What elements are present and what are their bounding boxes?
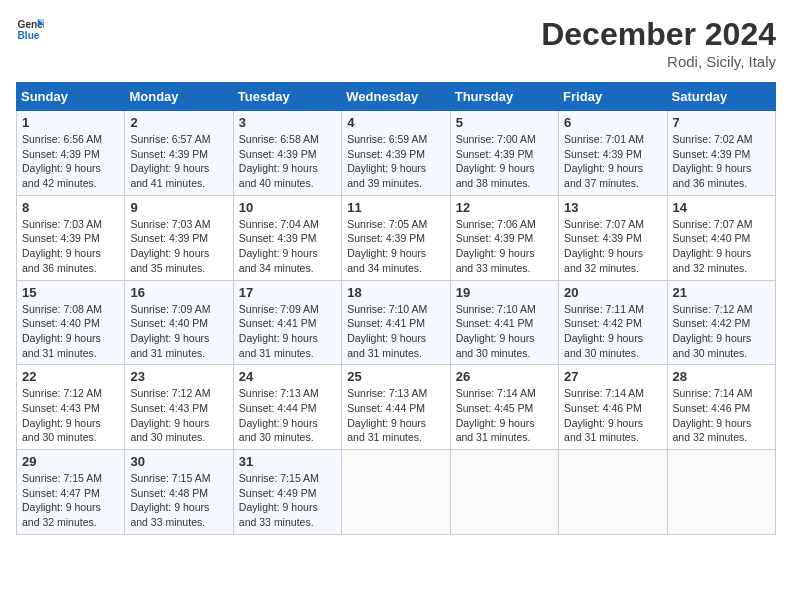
day-detail: Sunrise: 7:00 AM Sunset: 4:39 PM Dayligh…	[456, 132, 553, 191]
day-number: 5	[456, 115, 553, 130]
day-number: 13	[564, 200, 661, 215]
day-detail: Sunrise: 7:15 AM Sunset: 4:49 PM Dayligh…	[239, 471, 336, 530]
calendar-day-cell: 22 Sunrise: 7:12 AM Sunset: 4:43 PM Dayl…	[17, 365, 125, 450]
calendar-day-cell: 7 Sunrise: 7:02 AM Sunset: 4:39 PM Dayli…	[667, 111, 775, 196]
calendar-day-cell: 14 Sunrise: 7:07 AM Sunset: 4:40 PM Dayl…	[667, 195, 775, 280]
weekday-header-wednesday: Wednesday	[342, 83, 450, 111]
day-number: 15	[22, 285, 119, 300]
day-number: 1	[22, 115, 119, 130]
calendar-day-cell: 27 Sunrise: 7:14 AM Sunset: 4:46 PM Dayl…	[559, 365, 667, 450]
day-number: 30	[130, 454, 227, 469]
calendar-day-cell: 21 Sunrise: 7:12 AM Sunset: 4:42 PM Dayl…	[667, 280, 775, 365]
day-number: 22	[22, 369, 119, 384]
calendar-day-cell	[667, 450, 775, 535]
calendar-day-cell: 13 Sunrise: 7:07 AM Sunset: 4:39 PM Dayl…	[559, 195, 667, 280]
page-header: General Blue December 2024 Rodi, Sicily,…	[16, 16, 776, 70]
day-number: 24	[239, 369, 336, 384]
day-detail: Sunrise: 6:59 AM Sunset: 4:39 PM Dayligh…	[347, 132, 444, 191]
day-number: 9	[130, 200, 227, 215]
day-detail: Sunrise: 7:12 AM Sunset: 4:42 PM Dayligh…	[673, 302, 770, 361]
day-detail: Sunrise: 7:11 AM Sunset: 4:42 PM Dayligh…	[564, 302, 661, 361]
weekday-header-row: SundayMondayTuesdayWednesdayThursdayFrid…	[17, 83, 776, 111]
calendar-day-cell	[559, 450, 667, 535]
day-number: 18	[347, 285, 444, 300]
day-detail: Sunrise: 7:07 AM Sunset: 4:39 PM Dayligh…	[564, 217, 661, 276]
day-detail: Sunrise: 7:09 AM Sunset: 4:40 PM Dayligh…	[130, 302, 227, 361]
day-number: 28	[673, 369, 770, 384]
calendar-header: SundayMondayTuesdayWednesdayThursdayFrid…	[17, 83, 776, 111]
day-number: 25	[347, 369, 444, 384]
day-detail: Sunrise: 7:04 AM Sunset: 4:39 PM Dayligh…	[239, 217, 336, 276]
logo: General Blue	[16, 16, 44, 44]
day-detail: Sunrise: 7:14 AM Sunset: 4:46 PM Dayligh…	[673, 386, 770, 445]
day-detail: Sunrise: 7:03 AM Sunset: 4:39 PM Dayligh…	[130, 217, 227, 276]
day-detail: Sunrise: 7:07 AM Sunset: 4:40 PM Dayligh…	[673, 217, 770, 276]
calendar-day-cell: 30 Sunrise: 7:15 AM Sunset: 4:48 PM Dayl…	[125, 450, 233, 535]
day-number: 16	[130, 285, 227, 300]
calendar-day-cell: 5 Sunrise: 7:00 AM Sunset: 4:39 PM Dayli…	[450, 111, 558, 196]
day-number: 12	[456, 200, 553, 215]
day-detail: Sunrise: 7:13 AM Sunset: 4:44 PM Dayligh…	[239, 386, 336, 445]
day-number: 3	[239, 115, 336, 130]
calendar-body: 1 Sunrise: 6:56 AM Sunset: 4:39 PM Dayli…	[17, 111, 776, 535]
calendar-day-cell: 20 Sunrise: 7:11 AM Sunset: 4:42 PM Dayl…	[559, 280, 667, 365]
day-detail: Sunrise: 7:12 AM Sunset: 4:43 PM Dayligh…	[22, 386, 119, 445]
day-number: 14	[673, 200, 770, 215]
day-detail: Sunrise: 6:57 AM Sunset: 4:39 PM Dayligh…	[130, 132, 227, 191]
svg-text:Blue: Blue	[18, 30, 40, 41]
calendar-week-row: 8 Sunrise: 7:03 AM Sunset: 4:39 PM Dayli…	[17, 195, 776, 280]
day-detail: Sunrise: 7:03 AM Sunset: 4:39 PM Dayligh…	[22, 217, 119, 276]
day-number: 27	[564, 369, 661, 384]
day-detail: Sunrise: 7:15 AM Sunset: 4:47 PM Dayligh…	[22, 471, 119, 530]
day-detail: Sunrise: 7:14 AM Sunset: 4:46 PM Dayligh…	[564, 386, 661, 445]
calendar-day-cell: 29 Sunrise: 7:15 AM Sunset: 4:47 PM Dayl…	[17, 450, 125, 535]
calendar-day-cell: 31 Sunrise: 7:15 AM Sunset: 4:49 PM Dayl…	[233, 450, 341, 535]
day-detail: Sunrise: 6:56 AM Sunset: 4:39 PM Dayligh…	[22, 132, 119, 191]
calendar-day-cell: 9 Sunrise: 7:03 AM Sunset: 4:39 PM Dayli…	[125, 195, 233, 280]
calendar-table: SundayMondayTuesdayWednesdayThursdayFrid…	[16, 82, 776, 535]
calendar-week-row: 15 Sunrise: 7:08 AM Sunset: 4:40 PM Dayl…	[17, 280, 776, 365]
calendar-week-row: 1 Sunrise: 6:56 AM Sunset: 4:39 PM Dayli…	[17, 111, 776, 196]
day-number: 23	[130, 369, 227, 384]
day-number: 4	[347, 115, 444, 130]
day-number: 6	[564, 115, 661, 130]
day-detail: Sunrise: 7:08 AM Sunset: 4:40 PM Dayligh…	[22, 302, 119, 361]
calendar-day-cell: 25 Sunrise: 7:13 AM Sunset: 4:44 PM Dayl…	[342, 365, 450, 450]
calendar-day-cell: 24 Sunrise: 7:13 AM Sunset: 4:44 PM Dayl…	[233, 365, 341, 450]
day-detail: Sunrise: 7:14 AM Sunset: 4:45 PM Dayligh…	[456, 386, 553, 445]
calendar-day-cell: 3 Sunrise: 6:58 AM Sunset: 4:39 PM Dayli…	[233, 111, 341, 196]
calendar-day-cell: 1 Sunrise: 6:56 AM Sunset: 4:39 PM Dayli…	[17, 111, 125, 196]
day-number: 31	[239, 454, 336, 469]
calendar-day-cell: 18 Sunrise: 7:10 AM Sunset: 4:41 PM Dayl…	[342, 280, 450, 365]
day-number: 19	[456, 285, 553, 300]
calendar-day-cell	[342, 450, 450, 535]
day-detail: Sunrise: 7:10 AM Sunset: 4:41 PM Dayligh…	[347, 302, 444, 361]
calendar-day-cell: 26 Sunrise: 7:14 AM Sunset: 4:45 PM Dayl…	[450, 365, 558, 450]
day-number: 21	[673, 285, 770, 300]
day-detail: Sunrise: 7:01 AM Sunset: 4:39 PM Dayligh…	[564, 132, 661, 191]
day-detail: Sunrise: 7:09 AM Sunset: 4:41 PM Dayligh…	[239, 302, 336, 361]
calendar-week-row: 22 Sunrise: 7:12 AM Sunset: 4:43 PM Dayl…	[17, 365, 776, 450]
day-number: 10	[239, 200, 336, 215]
month-year-title: December 2024	[541, 16, 776, 53]
day-number: 20	[564, 285, 661, 300]
weekday-header-friday: Friday	[559, 83, 667, 111]
title-block: December 2024 Rodi, Sicily, Italy	[541, 16, 776, 70]
calendar-week-row: 29 Sunrise: 7:15 AM Sunset: 4:47 PM Dayl…	[17, 450, 776, 535]
day-number: 8	[22, 200, 119, 215]
day-detail: Sunrise: 7:15 AM Sunset: 4:48 PM Dayligh…	[130, 471, 227, 530]
day-detail: Sunrise: 6:58 AM Sunset: 4:39 PM Dayligh…	[239, 132, 336, 191]
calendar-day-cell	[450, 450, 558, 535]
day-detail: Sunrise: 7:13 AM Sunset: 4:44 PM Dayligh…	[347, 386, 444, 445]
calendar-day-cell: 17 Sunrise: 7:09 AM Sunset: 4:41 PM Dayl…	[233, 280, 341, 365]
location-subtitle: Rodi, Sicily, Italy	[541, 53, 776, 70]
logo-icon: General Blue	[16, 16, 44, 44]
calendar-day-cell: 2 Sunrise: 6:57 AM Sunset: 4:39 PM Dayli…	[125, 111, 233, 196]
calendar-day-cell: 19 Sunrise: 7:10 AM Sunset: 4:41 PM Dayl…	[450, 280, 558, 365]
day-detail: Sunrise: 7:06 AM Sunset: 4:39 PM Dayligh…	[456, 217, 553, 276]
weekday-header-saturday: Saturday	[667, 83, 775, 111]
day-detail: Sunrise: 7:10 AM Sunset: 4:41 PM Dayligh…	[456, 302, 553, 361]
day-detail: Sunrise: 7:02 AM Sunset: 4:39 PM Dayligh…	[673, 132, 770, 191]
calendar-day-cell: 28 Sunrise: 7:14 AM Sunset: 4:46 PM Dayl…	[667, 365, 775, 450]
day-number: 7	[673, 115, 770, 130]
